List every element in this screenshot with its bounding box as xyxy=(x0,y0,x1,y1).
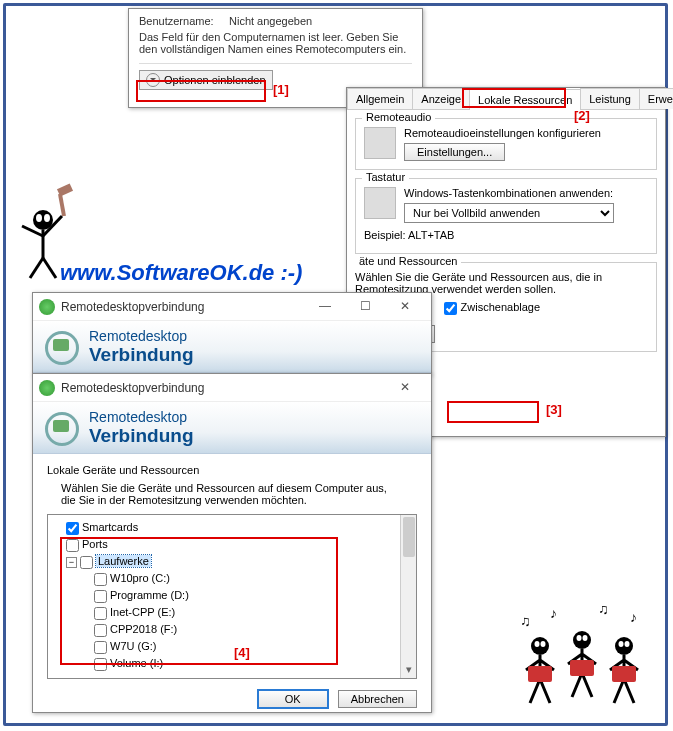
minimize-button[interactable]: — xyxy=(305,297,345,317)
groupbox-keyboard-title: Tastatur xyxy=(362,171,409,183)
local-devices-instruction: Wählen Sie die Geräte und Ressourcen auf… xyxy=(61,482,401,506)
rdp-banner-icon xyxy=(43,410,79,446)
svg-point-16 xyxy=(583,635,588,641)
svg-rect-20 xyxy=(570,660,594,676)
rdp-main-window: Remotedesktopverbindung — ☐ ✕ Remotedesk… xyxy=(32,292,432,375)
banner-line2: Verbindung xyxy=(89,344,194,366)
annotation-box-4 xyxy=(60,537,338,665)
svg-text:♪: ♪ xyxy=(550,606,557,621)
local-devices-group-title: Lokale Geräte und Ressourcen xyxy=(47,464,417,476)
close-button[interactable]: ✕ xyxy=(385,297,425,317)
svg-point-17 xyxy=(619,641,624,647)
scroll-down-icon[interactable]: ▾ xyxy=(401,662,417,678)
annotation-box-2 xyxy=(462,88,566,108)
smartcards-checkbox[interactable] xyxy=(66,522,79,535)
dialog-banner-line2: Verbindung xyxy=(89,425,194,447)
tree-item-smartcards[interactable]: Smartcards xyxy=(66,519,412,536)
svg-rect-19 xyxy=(528,666,552,682)
titlebar: Remotedesktopverbindung — ☐ ✕ xyxy=(33,293,431,321)
keyboard-example: Beispiel: ALT+TAB xyxy=(364,229,648,241)
annotation-label-3: [3] xyxy=(546,402,562,417)
rdp-app-icon xyxy=(39,299,55,315)
svg-line-5 xyxy=(43,258,56,278)
svg-text:♪: ♪ xyxy=(630,609,637,625)
groupbox-keyboard: Tastatur Windows-Tastenkombinationen anw… xyxy=(355,178,657,254)
tab-performance[interactable]: Leistung xyxy=(580,88,640,109)
svg-point-1 xyxy=(36,214,42,222)
svg-point-12 xyxy=(615,637,633,655)
annotation-box-3 xyxy=(447,401,539,423)
computer-warning: Das Feld für den Computernamen ist leer.… xyxy=(139,31,412,55)
keyboard-text: Windows-Tastenkombinationen anwenden: xyxy=(364,187,648,199)
stick-figure-hammer-icon xyxy=(8,180,78,280)
dialog-banner-line1: Remotedesktop xyxy=(89,409,194,425)
banner-line1: Remotedesktop xyxy=(89,328,194,344)
tab-advanced[interactable]: Erweitert xyxy=(639,88,673,109)
svg-text:♫: ♫ xyxy=(598,606,609,617)
svg-point-11 xyxy=(573,631,591,649)
dialog-title: Remotedesktopverbindung xyxy=(61,381,204,395)
dialog-close-button[interactable]: ✕ xyxy=(385,378,425,398)
dialog-banner: Remotedesktop Verbindung xyxy=(33,402,431,454)
annotation-label-2: [2] xyxy=(574,108,590,123)
rdp-banner-icon xyxy=(43,329,79,365)
annotation-box-1 xyxy=(136,80,266,102)
rdp-banner: Remotedesktop Verbindung xyxy=(33,321,431,373)
ok-button[interactable]: OK xyxy=(257,689,329,709)
clipboard-checkbox[interactable] xyxy=(444,302,457,315)
svg-point-2 xyxy=(44,214,50,222)
tab-general[interactable]: Allgemein xyxy=(347,88,413,109)
groupbox-audio: Remoteaudio Remoteaudioeinstellungen kon… xyxy=(355,118,657,170)
speaker-icon xyxy=(364,127,396,159)
svg-point-15 xyxy=(577,635,582,641)
username-value: Nicht angegeben xyxy=(229,15,312,27)
svg-point-14 xyxy=(541,641,546,647)
svg-text:♫: ♫ xyxy=(520,613,531,629)
audio-settings-button[interactable]: Einstellungen... xyxy=(404,143,505,161)
rdp-app-icon xyxy=(39,380,55,396)
groupbox-audio-title: Remoteaudio xyxy=(362,111,435,123)
username-label: Benutzername: xyxy=(139,15,229,27)
clipboard-checkbox-label[interactable]: Zwischenablage xyxy=(444,301,541,315)
annotation-label-1: [1] xyxy=(273,82,289,97)
audio-text: Remoteaudioeinstellungen konfigurieren xyxy=(364,127,648,139)
svg-point-10 xyxy=(531,637,549,655)
maximize-button[interactable]: ☐ xyxy=(345,297,385,317)
dialog-titlebar: Remotedesktopverbindung ✕ xyxy=(33,374,431,402)
svg-point-18 xyxy=(625,641,630,647)
svg-line-9 xyxy=(60,194,64,216)
window-title: Remotedesktopverbindung xyxy=(61,300,204,314)
groupbox-devices-title: äte und Ressourcen xyxy=(355,255,461,267)
svg-line-4 xyxy=(30,258,43,278)
tree-scrollbar[interactable]: ▴ ▾ xyxy=(400,515,416,678)
scroll-thumb[interactable] xyxy=(403,517,415,557)
annotation-label-4: [4] xyxy=(234,645,250,660)
keyboard-icon xyxy=(364,187,396,219)
stick-figure-choir-icon: ♪♫♪♫ xyxy=(510,606,660,716)
svg-rect-21 xyxy=(612,666,636,682)
website-watermark: www.SoftwareOK.de :-) xyxy=(60,260,302,286)
svg-point-13 xyxy=(535,641,540,647)
keyboard-combo-select[interactable]: Nur bei Vollbild anwenden xyxy=(404,203,614,223)
cancel-button[interactable]: Abbrechen xyxy=(338,690,417,708)
